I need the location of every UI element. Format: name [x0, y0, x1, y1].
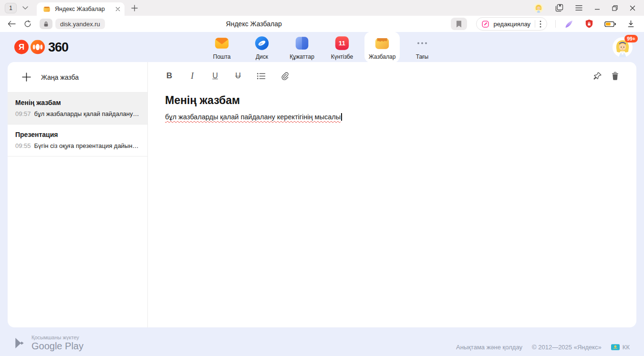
browser-tab[interactable]: Яндекс Жазбалар: [37, 2, 125, 16]
delete-note-button[interactable]: [611, 72, 619, 81]
note-item-preview: Бүгін сіз оқуға презентация дайында...: [34, 142, 140, 149]
note-list-item[interactable]: Менің жазбам 09:57 бұл жазбаларды қалай …: [8, 93, 147, 125]
address-row-right-icons: [564, 19, 636, 29]
lens360-icon: [31, 40, 45, 54]
bold-button[interactable]: B: [165, 71, 174, 81]
notification-badge: 99+: [624, 35, 638, 42]
store-caption: Қосымшаны жүктеу: [31, 335, 83, 340]
back-icon[interactable]: [8, 21, 16, 27]
note-editor: B I U U Менің жаз: [148, 62, 636, 327]
window-close-button[interactable]: [630, 5, 635, 11]
app-window: 1 Яндекс Жазбалар: [0, 0, 644, 356]
help-link[interactable]: Анықтама және қолдау: [456, 344, 522, 351]
docs-icon: [294, 35, 310, 51]
yandex360-logo[interactable]: Я 360: [14, 40, 68, 54]
new-note-label: Жаңа жазба: [41, 73, 79, 81]
edit-mode-button[interactable]: редакциялау: [476, 17, 547, 31]
note-title-field[interactable]: Менің жазбам: [165, 94, 619, 107]
tab-count-button[interactable]: 1: [5, 3, 17, 13]
pin-note-button[interactable]: [593, 72, 602, 81]
note-item-preview: бұл жазбаларды қалай пайдалану ке...: [34, 110, 140, 117]
app-calendar[interactable]: 11 Күнтізбе: [324, 31, 360, 63]
calendar-date-number: 11: [334, 35, 350, 51]
divider: [555, 20, 556, 28]
store-name: Google Play: [31, 341, 83, 352]
app-label: Пошта: [213, 53, 231, 60]
notes-sidebar: Жаңа жазба Менің жазбам 09:57 бұл жазбал…: [8, 62, 148, 327]
tab-list-chevron-icon[interactable]: [22, 6, 28, 10]
user-avatar[interactable]: 99+: [613, 37, 633, 57]
logo-360-text: 360: [48, 40, 68, 54]
address-bar[interactable]: disk.yandex.ru Яндекс Жазбалар: [40, 17, 468, 31]
note-item-title: Менің жазбам: [15, 99, 140, 106]
browser-tab-strip: 1 Яндекс Жазбалар: [0, 0, 644, 16]
browser-menu-icon[interactable]: [575, 5, 582, 11]
page-footer: Қосымшаны жүктеу Google Play Анықтама жә…: [0, 327, 644, 356]
editor-toolbar: B I U U: [165, 62, 619, 90]
yandex-logo-icon: Я: [14, 40, 29, 54]
language-code: КК: [623, 344, 630, 351]
app-disk[interactable]: Диск: [244, 31, 280, 63]
notes-app-card: Жаңа жазба Менің жазбам 09:57 бұл жазбал…: [8, 62, 636, 327]
google-play-link[interactable]: Қосымшаны жүктеу Google Play: [14, 335, 83, 352]
address-bar-page-title: Яндекс Жазбалар: [40, 20, 468, 28]
bullet-list-button[interactable]: [257, 73, 266, 80]
text-caret: [341, 113, 342, 121]
edit-pencil-icon: [482, 21, 489, 28]
app-switcher: Пошта Диск Құжаттар 11 Күнтізбе: [204, 31, 440, 63]
notes-icon: [374, 35, 390, 51]
kebab-menu-icon[interactable]: [540, 21, 541, 28]
app-label: Күнтізбе: [331, 53, 353, 60]
browser-address-row: disk.yandex.ru Яндекс Жазбалар редакциял…: [0, 16, 644, 32]
calendar-icon: 11: [334, 35, 350, 51]
protect-shield-icon[interactable]: [585, 19, 593, 29]
divider: [535, 20, 535, 28]
italic-button[interactable]: I: [188, 71, 197, 81]
note-item-time: 09:57: [15, 110, 31, 117]
note-item-title: Презентация: [15, 131, 140, 138]
tabs-panel-icon[interactable]: [555, 4, 563, 12]
app-more[interactable]: Тағы: [405, 31, 440, 63]
window-minimize-button[interactable]: [594, 5, 600, 11]
reload-icon[interactable]: [24, 20, 31, 28]
plus-icon: [22, 73, 31, 82]
tab-title: Яндекс Жазбалар: [55, 6, 111, 12]
disk-icon: [254, 35, 270, 51]
kazakhstan-flag-icon: [611, 344, 620, 350]
battery-icon[interactable]: [604, 21, 616, 27]
window-restore-button[interactable]: [612, 5, 618, 11]
new-tab-button[interactable]: [131, 5, 138, 11]
yandex360-header: Я 360 Пошта Диск: [0, 32, 644, 62]
feather-mode-icon[interactable]: [564, 19, 574, 29]
browser-profile-avatar[interactable]: [534, 3, 543, 13]
language-selector[interactable]: КК: [611, 344, 630, 351]
app-label: Диск: [256, 53, 268, 60]
app-docs[interactable]: Құжаттар: [284, 31, 320, 63]
bookmark-icon[interactable]: [451, 18, 467, 30]
note-item-time: 09:55: [15, 142, 31, 149]
app-label: Құжаттар: [290, 53, 314, 60]
new-note-button[interactable]: Жаңа жазба: [8, 62, 147, 93]
footer-right: Анықтама және қолдау © 2012—2025 «Яндекс…: [456, 344, 630, 352]
tab-strip-right-controls: [534, 3, 639, 13]
mail-icon: [214, 35, 230, 51]
attachment-button[interactable]: [280, 72, 289, 81]
underline-button[interactable]: U: [211, 72, 219, 80]
notes-app-icon: [43, 5, 51, 13]
tab-close-icon[interactable]: [115, 7, 120, 11]
strikethrough-button[interactable]: U: [234, 72, 242, 80]
app-notes[interactable]: Жазбалар: [364, 31, 400, 63]
note-list-item[interactable]: Презентация 09:55 Бүгін сіз оқуға презен…: [8, 125, 147, 157]
app-label: Тағы: [416, 53, 428, 60]
edit-button-label: редакциялау: [493, 21, 530, 28]
app-mail[interactable]: Пошта: [204, 31, 239, 63]
note-body-text: бұл жазбаларды қалай пайдалану керектігі…: [165, 113, 341, 121]
more-dots-icon: [414, 35, 430, 51]
copyright-text: © 2012—2025 «Яндекс»: [532, 344, 602, 351]
note-body-field[interactable]: бұл жазбаларды қалай пайдалану керектігі…: [165, 113, 619, 121]
google-play-icon: [14, 337, 26, 349]
downloads-icon[interactable]: [627, 20, 634, 28]
app-label: Жазбалар: [369, 53, 396, 60]
